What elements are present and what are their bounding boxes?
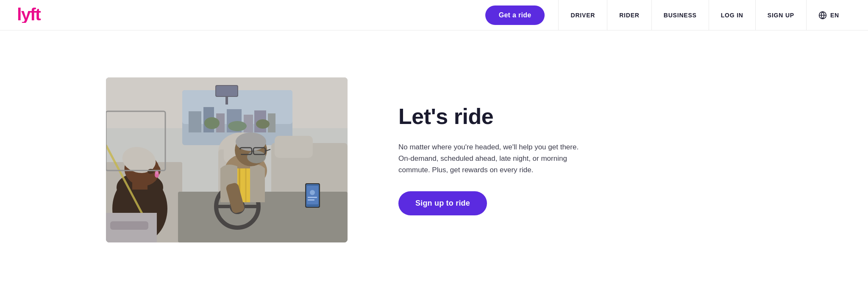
logo[interactable]: lyft [17,6,47,25]
language-label: EN [830,12,839,19]
car-interior-illustration [106,77,348,242]
hero-description: No matter where you're headed, we'll hel… [398,141,585,176]
main-nav: DRIVER RIDER BUSINESS LOG IN SIGN UP EN [558,0,851,30]
nav-business[interactable]: BUSINESS [651,0,709,30]
get-a-ride-button[interactable]: Get a ride [485,6,545,25]
nav-driver[interactable]: DRIVER [558,0,607,30]
hero-title: Let's ride [398,104,610,129]
globe-icon [818,11,827,19]
site-header: lyft Get a ride DRIVER RIDER BUSINESS LO… [0,0,868,30]
hero-text-content: Let's ride No matter where you're headed… [398,104,610,215]
svg-text:lyft: lyft [17,6,41,23]
nav-rider[interactable]: RIDER [607,0,651,30]
hero-section: Let's ride No matter where you're headed… [0,30,868,289]
nav-language[interactable]: EN [806,0,851,30]
nav-signup[interactable]: SIGN UP [755,0,806,30]
hero-image-container [106,77,348,242]
header-cta-container: Get a ride [485,6,545,25]
svg-rect-68 [106,77,348,242]
hero-image [106,77,348,242]
lyft-logo-svg: lyft [17,6,47,23]
sign-up-to-ride-button[interactable]: Sign up to ride [398,191,487,215]
nav-login[interactable]: LOG IN [709,0,755,30]
